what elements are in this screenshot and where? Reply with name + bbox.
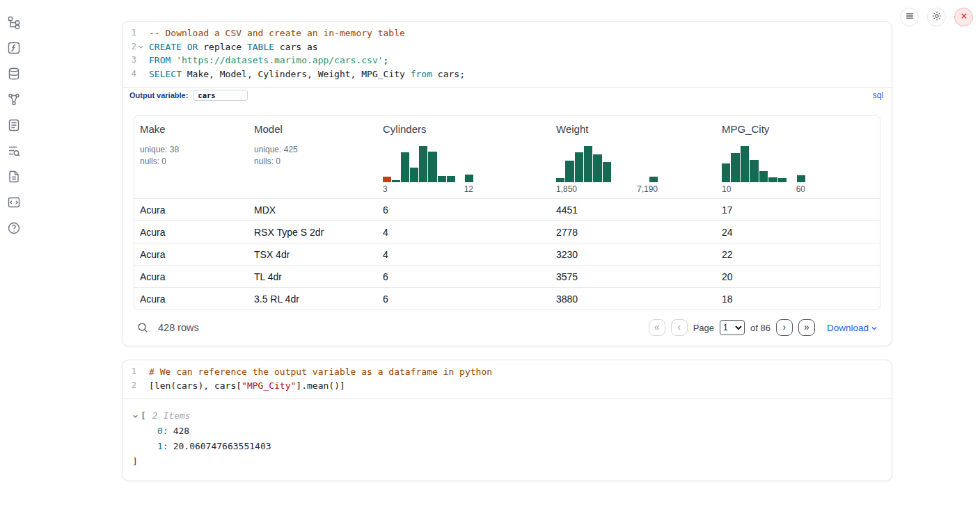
menu-button[interactable] bbox=[900, 8, 919, 26]
table-row[interactable]: AcuraTSX 4dr4323022 bbox=[134, 243, 880, 265]
sidebar-item-variables[interactable] bbox=[7, 40, 22, 56]
table-cell: 3.5 RL 4dr bbox=[248, 288, 377, 309]
histogram-bar[interactable] bbox=[722, 163, 730, 182]
table-row[interactable]: AcuraMDX6445117 bbox=[134, 198, 880, 220]
line-number: 1 bbox=[122, 365, 136, 379]
column-header-MPG_City[interactable]: MPG_City1060 bbox=[716, 116, 880, 198]
code-line[interactable]: 2CREATE OR replace TABLE cars as bbox=[122, 40, 892, 54]
column-header-Cylinders[interactable]: Cylinders312 bbox=[377, 116, 551, 198]
table-cell: 3575 bbox=[551, 266, 716, 287]
fold-chevron-icon[interactable] bbox=[136, 40, 145, 54]
column-header-Weight[interactable]: Weight1,8507,190 bbox=[551, 116, 716, 198]
histogram-bar[interactable] bbox=[584, 146, 592, 182]
histogram-bar[interactable] bbox=[797, 175, 805, 182]
settings-button[interactable] bbox=[927, 8, 946, 26]
column-header-Make[interactable]: Makeunique: 38nulls: 0 bbox=[134, 116, 248, 198]
table-cell: 4 bbox=[377, 243, 551, 265]
top-right-controls bbox=[900, 8, 973, 26]
table-row[interactable]: AcuraRSX Type S 2dr4277824 bbox=[134, 220, 880, 243]
sidebar-item-outline[interactable] bbox=[7, 118, 22, 133]
histogram-bar[interactable] bbox=[438, 176, 446, 182]
histogram-bar[interactable] bbox=[731, 153, 739, 182]
collapse-icon[interactable] bbox=[132, 413, 141, 419]
histogram-bar[interactable] bbox=[401, 152, 409, 182]
histogram-max-label: 12 bbox=[464, 184, 473, 194]
function-icon bbox=[7, 41, 22, 55]
histogram-bar[interactable] bbox=[750, 160, 758, 182]
histogram-bar[interactable] bbox=[593, 154, 601, 182]
left-sidebar bbox=[0, 0, 29, 236]
histogram-bar[interactable] bbox=[392, 180, 400, 182]
histogram-bar[interactable] bbox=[447, 176, 455, 182]
unique-count: unique: 425 bbox=[254, 144, 298, 156]
null-count: nulls: 0 bbox=[254, 156, 280, 168]
code-line[interactable]: 4SELECT Make, Model, Cylinders, Weight, … bbox=[122, 67, 892, 81]
download-label: Download bbox=[827, 323, 869, 333]
column-header-Model[interactable]: Modelunique: 425nulls: 0 bbox=[248, 116, 377, 198]
histogram-bar[interactable] bbox=[419, 146, 427, 182]
table-row[interactable]: AcuraTL 4dr6357520 bbox=[134, 265, 880, 287]
histogram-bar[interactable] bbox=[575, 152, 583, 182]
unique-count: unique: 38 bbox=[140, 144, 179, 156]
histogram-bar[interactable] bbox=[603, 162, 611, 182]
table-cell: 4 bbox=[377, 221, 551, 243]
table-cell: 22 bbox=[716, 243, 880, 265]
last-page-button[interactable]: » bbox=[798, 319, 815, 336]
histogram-bar[interactable] bbox=[383, 177, 391, 182]
sidebar-item-snippets[interactable] bbox=[7, 195, 22, 210]
table-footer: 428 rows « ‹ Page 1 of 86 › » Download bbox=[134, 310, 880, 339]
download-button[interactable]: Download bbox=[827, 323, 878, 333]
code-line[interactable]: 1# We can reference the output variable … bbox=[122, 365, 892, 379]
histogram-bar[interactable] bbox=[556, 178, 564, 182]
histogram-bar[interactable] bbox=[741, 146, 749, 182]
python-code-editor[interactable]: 1# We can reference the output variable … bbox=[122, 360, 892, 399]
search-icon[interactable] bbox=[136, 321, 149, 334]
code-line[interactable]: 1-- Download a CSV and create an in-memo… bbox=[122, 26, 892, 40]
tree-key: 1: bbox=[157, 441, 168, 451]
table-cell: Acura bbox=[134, 288, 248, 309]
first-page-button[interactable]: « bbox=[649, 319, 665, 336]
sidebar-item-dependencies[interactable] bbox=[7, 92, 22, 107]
table-cell: 4451 bbox=[551, 199, 716, 220]
code-line[interactable]: 2[len(cars), cars["MPG_City"].mean()] bbox=[122, 379, 892, 393]
table-cell: Acura bbox=[134, 266, 248, 287]
notebook: 1-- Download a CSV and create an in-memo… bbox=[122, 21, 892, 494]
shutdown-button[interactable] bbox=[954, 8, 973, 26]
histogram-bar[interactable] bbox=[759, 171, 768, 182]
column-name: Cylinders bbox=[383, 123, 427, 135]
histogram-bar[interactable] bbox=[649, 177, 658, 182]
prev-page-button[interactable]: ‹ bbox=[671, 319, 688, 336]
table-header-row: Makeunique: 38nulls: 0Modelunique: 425nu… bbox=[134, 116, 880, 198]
output-variable-input[interactable] bbox=[193, 90, 248, 101]
histogram-bar[interactable] bbox=[565, 161, 574, 182]
histogram-bar[interactable] bbox=[768, 177, 777, 182]
next-page-button[interactable]: › bbox=[776, 319, 793, 336]
sidebar-item-documentation[interactable] bbox=[7, 169, 22, 184]
histogram-min-label: 1,850 bbox=[556, 184, 577, 194]
line-number: 3 bbox=[122, 54, 136, 67]
column-name: MPG_City bbox=[722, 123, 769, 135]
table-row[interactable]: Acura3.5 RL 4dr6388018 bbox=[134, 287, 880, 309]
code-text: FROM 'https://datasets.marimo.app/cars.c… bbox=[149, 54, 388, 67]
histogram-bar[interactable] bbox=[465, 175, 473, 182]
table-cell: RSX Type S 2dr bbox=[248, 221, 377, 243]
sidebar-item-data-sources[interactable] bbox=[7, 66, 22, 81]
histogram-bar[interactable] bbox=[428, 152, 436, 182]
page-select[interactable]: 1 bbox=[720, 320, 745, 335]
sidebar-item-file-explorer[interactable] bbox=[7, 15, 22, 30]
sidebar-item-help[interactable] bbox=[7, 220, 22, 236]
table-cell: TL 4dr bbox=[248, 266, 377, 287]
table-cell: TSX 4dr bbox=[248, 243, 377, 265]
sidebar-item-logs[interactable] bbox=[7, 143, 22, 159]
code-line[interactable]: 3FROM 'https://datasets.marimo.app/cars.… bbox=[122, 54, 892, 67]
sql-code-editor[interactable]: 1-- Download a CSV and create an in-memo… bbox=[122, 22, 892, 87]
column-name: Model bbox=[254, 123, 283, 135]
fold-gutter bbox=[136, 54, 145, 67]
histogram-bar[interactable] bbox=[410, 168, 418, 182]
fold-gutter bbox=[136, 26, 145, 40]
table-cell: 20 bbox=[716, 266, 880, 287]
histogram-min-label: 10 bbox=[722, 184, 731, 194]
gear-icon bbox=[931, 10, 942, 24]
histogram-bar[interactable] bbox=[778, 178, 787, 182]
sql-cell: 1-- Download a CSV and create an in-memo… bbox=[122, 21, 892, 346]
